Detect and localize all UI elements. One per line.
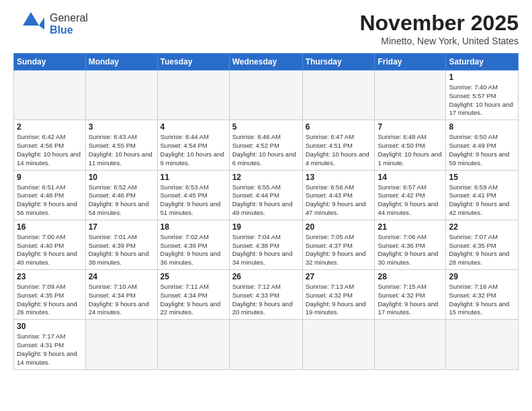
day-number: 11 — [161, 173, 226, 182]
day-info: Sunrise: 7:09 AMSunset: 4:35 PMDaylight:… — [17, 283, 83, 317]
day-info: Sunrise: 7:12 AMSunset: 4:33 PMDaylight:… — [232, 283, 300, 317]
calendar-week-row: 23Sunrise: 7:09 AMSunset: 4:35 PMDayligh… — [14, 270, 519, 320]
day-info: Sunrise: 6:43 AMSunset: 4:55 PMDaylight:… — [89, 133, 154, 167]
location-subtitle: Minetto, New York, United States — [359, 36, 519, 46]
calendar-cell: 2Sunrise: 6:42 AMSunset: 4:56 PMDaylight… — [14, 120, 86, 170]
day-info: Sunrise: 6:53 AMSunset: 4:45 PMDaylight:… — [161, 183, 226, 218]
calendar-cell: 26Sunrise: 7:12 AMSunset: 4:33 PMDayligh… — [229, 270, 302, 320]
weekday-header-tuesday: Tuesday — [157, 54, 229, 71]
weekday-header-wednesday: Wednesday — [229, 54, 302, 71]
day-number: 23 — [17, 272, 83, 281]
header: General Blue November 2025 Minetto, New … — [13, 11, 519, 46]
day-number: 25 — [161, 272, 226, 281]
calendar-header-row: SundayMondayTuesdayWednesdayThursdayFrid… — [14, 54, 519, 71]
day-number: 21 — [378, 222, 443, 232]
day-info: Sunrise: 7:04 AMSunset: 4:38 PMDaylight:… — [232, 233, 300, 267]
calendar-cell: 29Sunrise: 7:16 AMSunset: 4:32 PMDayligh… — [446, 270, 519, 320]
calendar-cell — [302, 320, 375, 369]
day-number: 12 — [232, 173, 300, 182]
calendar-cell — [375, 320, 446, 369]
calendar-cell: 5Sunrise: 6:46 AMSunset: 4:52 PMDaylight… — [229, 120, 302, 170]
calendar-cell: 18Sunrise: 7:02 AMSunset: 4:39 PMDayligh… — [157, 220, 229, 269]
calendar-cell: 13Sunrise: 6:56 AMSunset: 4:43 PMDayligh… — [302, 170, 375, 220]
calendar-cell: 25Sunrise: 7:11 AMSunset: 4:34 PMDayligh… — [157, 270, 229, 320]
day-info: Sunrise: 7:11 AMSunset: 4:34 PMDaylight:… — [161, 283, 226, 317]
calendar-cell: 3Sunrise: 6:43 AMSunset: 4:55 PMDaylight… — [85, 120, 157, 170]
weekday-header-friday: Friday — [375, 54, 446, 71]
calendar-cell: 12Sunrise: 6:55 AMSunset: 4:44 PMDayligh… — [229, 170, 302, 220]
day-number: 26 — [232, 272, 300, 281]
day-info: Sunrise: 6:48 AMSunset: 4:50 PMDaylight:… — [378, 133, 443, 167]
calendar-cell: 28Sunrise: 7:15 AMSunset: 4:32 PMDayligh… — [375, 270, 446, 320]
day-number: 28 — [378, 272, 443, 281]
day-info: Sunrise: 7:01 AMSunset: 4:39 PMDaylight:… — [89, 233, 154, 267]
day-number: 30 — [17, 322, 83, 331]
day-number: 8 — [449, 122, 515, 132]
day-info: Sunrise: 7:17 AMSunset: 4:31 PMDaylight:… — [17, 332, 83, 367]
day-number: 20 — [306, 222, 372, 232]
day-number: 24 — [89, 272, 154, 281]
day-number: 19 — [232, 222, 300, 232]
weekday-header-monday: Monday — [85, 54, 157, 71]
calendar-cell: 15Sunrise: 6:59 AMSunset: 4:41 PMDayligh… — [446, 170, 519, 220]
calendar-cell: 6Sunrise: 6:47 AMSunset: 4:51 PMDaylight… — [302, 120, 375, 170]
calendar-cell — [375, 71, 446, 120]
calendar-cell — [229, 71, 302, 120]
calendar-cell: 4Sunrise: 6:44 AMSunset: 4:54 PMDaylight… — [157, 120, 229, 170]
day-number: 10 — [89, 173, 154, 182]
day-number: 27 — [306, 272, 372, 281]
calendar-week-row: 9Sunrise: 6:51 AMSunset: 4:48 PMDaylight… — [14, 170, 519, 220]
day-info: Sunrise: 6:51 AMSunset: 4:48 PMDaylight:… — [17, 183, 83, 218]
day-info: Sunrise: 7:15 AMSunset: 4:32 PMDaylight:… — [378, 283, 443, 317]
day-info: Sunrise: 7:02 AMSunset: 4:39 PMDaylight:… — [161, 233, 226, 267]
svg-marker-0 — [23, 12, 39, 26]
calendar-cell: 23Sunrise: 7:09 AMSunset: 4:35 PMDayligh… — [14, 270, 86, 320]
calendar-cell: 17Sunrise: 7:01 AMSunset: 4:39 PMDayligh… — [85, 220, 157, 269]
calendar-cell: 11Sunrise: 6:53 AMSunset: 4:45 PMDayligh… — [157, 170, 229, 220]
page: General Blue November 2025 Minetto, New … — [0, 0, 532, 411]
calendar-week-row: 16Sunrise: 7:00 AMSunset: 4:40 PMDayligh… — [14, 220, 519, 269]
month-title: November 2025 — [359, 11, 519, 36]
calendar-cell: 30Sunrise: 7:17 AMSunset: 4:31 PMDayligh… — [14, 320, 86, 369]
calendar-cell: 21Sunrise: 7:06 AMSunset: 4:36 PMDayligh… — [375, 220, 446, 269]
day-number: 5 — [232, 122, 300, 132]
calendar-cell: 24Sunrise: 7:10 AMSunset: 4:34 PMDayligh… — [85, 270, 157, 320]
calendar-cell: 14Sunrise: 6:57 AMSunset: 4:42 PMDayligh… — [375, 170, 446, 220]
day-number: 9 — [17, 173, 83, 182]
day-info: Sunrise: 7:13 AMSunset: 4:32 PMDaylight:… — [306, 283, 372, 317]
logo-general-text: General — [50, 12, 88, 24]
day-number: 2 — [17, 122, 83, 132]
calendar-cell: 10Sunrise: 6:52 AMSunset: 4:46 PMDayligh… — [85, 170, 157, 220]
logo-area: General Blue — [13, 11, 88, 38]
calendar-cell — [85, 320, 157, 369]
day-info: Sunrise: 6:46 AMSunset: 4:52 PMDaylight:… — [232, 133, 300, 167]
logo-blue-text: Blue — [50, 24, 88, 36]
svg-marker-1 — [39, 17, 44, 30]
day-info: Sunrise: 7:05 AMSunset: 4:37 PMDaylight:… — [306, 233, 372, 267]
day-info: Sunrise: 6:56 AMSunset: 4:43 PMDaylight:… — [306, 183, 372, 218]
day-info: Sunrise: 6:55 AMSunset: 4:44 PMDaylight:… — [232, 183, 300, 218]
day-number: 29 — [449, 272, 515, 281]
calendar-cell — [302, 71, 375, 120]
day-number: 3 — [89, 122, 154, 132]
day-info: Sunrise: 7:16 AMSunset: 4:32 PMDaylight:… — [449, 283, 515, 317]
day-number: 4 — [161, 122, 226, 132]
day-number: 22 — [449, 222, 515, 232]
day-info: Sunrise: 6:59 AMSunset: 4:41 PMDaylight:… — [449, 183, 515, 218]
calendar-cell: 8Sunrise: 6:50 AMSunset: 4:49 PMDaylight… — [446, 120, 519, 170]
day-number: 18 — [161, 222, 226, 232]
weekday-header-sunday: Sunday — [14, 54, 86, 71]
day-number: 13 — [306, 173, 372, 182]
logo-icon — [13, 11, 48, 38]
logo: General Blue — [13, 11, 88, 38]
day-info: Sunrise: 6:47 AMSunset: 4:51 PMDaylight:… — [306, 133, 372, 167]
day-number: 7 — [378, 122, 443, 132]
weekday-header-thursday: Thursday — [302, 54, 375, 71]
day-info: Sunrise: 7:07 AMSunset: 4:35 PMDaylight:… — [449, 233, 515, 267]
day-info: Sunrise: 7:10 AMSunset: 4:34 PMDaylight:… — [89, 283, 154, 317]
calendar-cell — [157, 320, 229, 369]
calendar-cell — [446, 320, 519, 369]
day-info: Sunrise: 7:00 AMSunset: 4:40 PMDaylight:… — [17, 233, 83, 267]
day-number: 17 — [89, 222, 154, 232]
day-info: Sunrise: 6:52 AMSunset: 4:46 PMDaylight:… — [89, 183, 154, 218]
